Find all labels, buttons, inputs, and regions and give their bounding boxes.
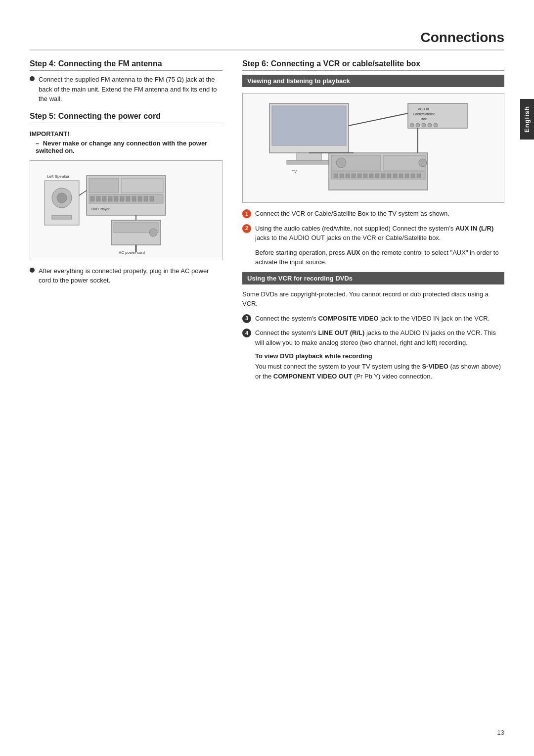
svg-rect-4 (52, 215, 72, 219)
sub-heading-dvd: To view DVD playback while recording (255, 352, 504, 360)
svg-text:TV: TV (292, 169, 297, 174)
step6-item1-text: Connect the VCR or Cable/Satellite Box t… (255, 209, 504, 219)
svg-rect-61 (411, 174, 415, 178)
step5-heading: Step 5: Connecting the power cord (30, 112, 222, 123)
svg-rect-16 (132, 196, 136, 201)
svg-text:DVD Player: DVD Player (91, 207, 110, 211)
svg-line-65 (349, 113, 408, 126)
svg-rect-57 (387, 174, 391, 178)
svg-point-38 (416, 123, 420, 127)
svg-line-21 (79, 190, 87, 195)
svg-rect-55 (375, 174, 379, 178)
step6-item2: 2 Using the audio cables (red/white, not… (242, 224, 504, 243)
sub-text-dvd: You must connect the system to your TV s… (255, 362, 504, 381)
copyright-note: Some DVDs are copyright-protected. You c… (242, 289, 504, 309)
right-column: Step 6: Connecting a VCR or cable/satell… (242, 59, 504, 386)
important-section: IMPORTANT! – Never make or change any co… (30, 130, 222, 154)
svg-rect-7 (121, 178, 163, 193)
svg-text:AC power cord: AC power cord (119, 250, 145, 255)
svg-rect-6 (89, 178, 119, 193)
step5-bullet1: After everything is connected properly, … (30, 266, 222, 285)
two-column-layout: Step 4: Connecting the FM antenna Connec… (30, 59, 504, 386)
svg-rect-10 (96, 196, 100, 201)
step5-section: Step 5: Connecting the power cord IMPORT… (30, 112, 222, 285)
page-container: English Connections Step 4: Connecting t… (0, 0, 534, 756)
num-3: 3 (242, 314, 251, 323)
step6-item4-text: Connect the system's LINE OUT (R/L) jack… (255, 328, 504, 347)
step6-item2-text: Using the audio cables (red/white, not s… (255, 224, 504, 243)
bullet-icon-2 (30, 268, 35, 273)
num-4: 4 (242, 329, 251, 337)
step6-section: Step 6: Connecting a VCR or cable/satell… (242, 59, 504, 381)
banner-recording: Using the VCR for recording DVDs (242, 272, 504, 284)
svg-rect-15 (126, 196, 130, 201)
step5-text1: After everything is connected properly, … (39, 266, 222, 285)
svg-text:Left Speaker: Left Speaker (47, 174, 70, 179)
svg-point-24 (149, 229, 157, 236)
aux-note: Before starting operation, press AUX on … (242, 248, 504, 267)
banner-viewing: Viewing and listening to playback (242, 75, 504, 87)
svg-text:Cable/Satellite: Cable/Satellite (413, 112, 435, 116)
svg-point-3 (57, 193, 67, 203)
svg-rect-53 (363, 174, 367, 178)
important-label: IMPORTANT! (30, 130, 222, 138)
svg-point-40 (428, 123, 432, 127)
bullet-icon (30, 76, 35, 81)
svg-text:VCR or: VCR or (418, 107, 430, 111)
svg-rect-54 (369, 174, 373, 178)
svg-rect-48 (334, 174, 338, 178)
svg-rect-51 (352, 174, 356, 178)
svg-rect-52 (357, 174, 361, 178)
svg-rect-19 (150, 196, 154, 201)
step6-item1: 1 Connect the VCR or Cable/Satellite Box… (242, 209, 504, 219)
num-2: 2 (242, 224, 251, 233)
svg-rect-11 (102, 196, 106, 201)
svg-rect-49 (340, 174, 344, 178)
num-1: 1 (242, 209, 251, 218)
svg-rect-17 (138, 196, 142, 201)
svg-rect-9 (90, 196, 94, 201)
step6-item4: 4 Connect the system's LINE OUT (R/L) ja… (242, 328, 504, 347)
page-number: 13 (497, 729, 504, 736)
side-tab: English (520, 99, 534, 140)
svg-rect-56 (381, 174, 385, 178)
page-title: Connections (30, 30, 504, 50)
step6-diagram: TV VCR or Cable/Satellite Box (242, 93, 504, 203)
svg-rect-18 (144, 196, 148, 201)
svg-rect-59 (399, 174, 403, 178)
svg-rect-12 (108, 196, 112, 201)
svg-rect-13 (114, 196, 118, 201)
svg-rect-31 (287, 160, 331, 164)
svg-rect-58 (393, 174, 397, 178)
svg-rect-60 (405, 174, 409, 178)
step6-diagram-svg: TV VCR or Cable/Satellite Box (265, 98, 482, 197)
step6-item3-text: Connect the system's COMPOSITE VIDEO jac… (255, 314, 504, 324)
svg-rect-30 (297, 153, 321, 160)
svg-point-47 (336, 158, 346, 168)
svg-rect-14 (120, 196, 124, 201)
svg-rect-50 (346, 174, 350, 178)
svg-text:Box: Box (421, 117, 427, 121)
step4-section: Step 4: Connecting the FM antenna Connec… (30, 59, 222, 104)
step4-text1: Connect the supplied FM antenna to the F… (39, 75, 222, 104)
step5-diagram: Left Speaker (30, 160, 222, 260)
sub-section-dvd: To view DVD playback while recording You… (242, 352, 504, 381)
step6-item3: 3 Connect the system's COMPOSITE VIDEO j… (242, 314, 504, 324)
svg-point-37 (410, 123, 414, 127)
step4-bullet1: Connect the supplied FM antenna to the F… (30, 75, 222, 104)
svg-rect-29 (272, 106, 346, 145)
svg-point-46 (419, 159, 427, 167)
svg-point-39 (422, 123, 426, 127)
step4-heading: Step 4: Connecting the FM antenna (30, 59, 222, 71)
left-column: Step 4: Connecting the FM antenna Connec… (30, 59, 222, 386)
svg-rect-62 (417, 174, 421, 178)
important-text: – Never make or change any connection wi… (30, 140, 222, 154)
step6-heading: Step 6: Connecting a VCR or cable/satell… (242, 59, 504, 71)
step5-diagram-svg: Left Speaker (42, 166, 210, 255)
svg-point-41 (434, 123, 438, 127)
